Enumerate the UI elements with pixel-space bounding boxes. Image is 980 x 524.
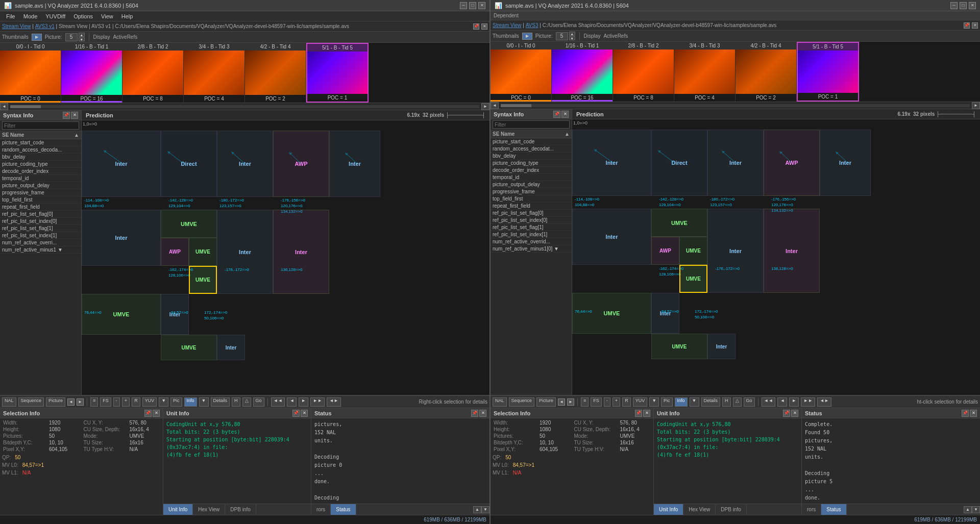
- r-se-item[interactable]: random_access_decodat...: [491, 145, 572, 153]
- go-btn[interactable]: Go: [253, 397, 264, 407]
- nav-left-btn[interactable]: ◄: [67, 398, 75, 406]
- status-tab[interactable]: Status: [331, 504, 356, 515]
- picture-down-btn[interactable]: ▼: [79, 37, 85, 41]
- avs3-link[interactable]: AVS3 v1: [35, 23, 55, 29]
- r-picture-tab[interactable]: Picture: [536, 397, 556, 407]
- r-status-scroll-down[interactable]: ▼: [972, 506, 980, 513]
- detach-btn-right[interactable]: ✕: [972, 22, 978, 29]
- thumb-5[interactable]: 5/1 - B - Tid 5 POC = 1: [306, 43, 369, 103]
- r-syntax-pin-btn[interactable]: 📌: [553, 111, 560, 118]
- r-fs-btn[interactable]: FS: [591, 397, 602, 407]
- se-item[interactable]: random_access_decoda...: [0, 146, 81, 154]
- r-filter-input[interactable]: [493, 120, 570, 129]
- hex-view-tab[interactable]: Hex View: [193, 504, 225, 515]
- close-btn-left[interactable]: ✕: [478, 2, 485, 9]
- thumb-4[interactable]: 4/2 - B - Tid 4 POC = 2: [245, 43, 306, 103]
- r-pred-region-umve-1[interactable]: UMVE: [651, 209, 707, 237]
- menu-mode[interactable]: Mode: [19, 12, 42, 20]
- thumb-2[interactable]: 2/8 - B - Tid 2 POC = 8: [122, 43, 184, 103]
- r-unit-pin-btn[interactable]: 📌: [783, 410, 790, 417]
- r-active-refs-label[interactable]: ActiveRefs: [603, 33, 628, 39]
- picture-up-btn[interactable]: ▲: [79, 33, 85, 37]
- active-refs-label[interactable]: ActiveRefs: [113, 34, 137, 40]
- r-unit-close-btn[interactable]: ✕: [791, 410, 798, 417]
- r-go-btn[interactable]: Go: [744, 397, 755, 407]
- se-item[interactable]: bbv_delay: [0, 154, 81, 161]
- yuv-dropdown[interactable]: ▼: [159, 397, 168, 407]
- h-btn[interactable]: H: [232, 397, 240, 407]
- syntax-close-btn[interactable]: ✕: [71, 112, 78, 119]
- r-display-label[interactable]: Display: [584, 33, 601, 39]
- r-status-pin-btn[interactable]: 📌: [962, 410, 969, 417]
- r-se-item[interactable]: num_ref_active_overrid...: [491, 238, 572, 245]
- r-status-tab[interactable]: Status: [821, 504, 846, 515]
- maximize-btn-right[interactable]: □: [960, 2, 967, 9]
- unit-close-btn[interactable]: ✕: [301, 410, 308, 417]
- thumbnails-toggle[interactable]: ▶: [32, 34, 42, 41]
- thumb-3[interactable]: 3/4 - B - Tid 3 POC = 4: [184, 43, 245, 103]
- status-pin-btn[interactable]: 📌: [471, 410, 478, 417]
- r-pred-region-inter-7[interactable]: Inter: [707, 334, 736, 359]
- r-menu-btn[interactable]: ≡: [581, 397, 589, 407]
- status-close-btn[interactable]: ✕: [479, 410, 486, 417]
- menu-view[interactable]: View: [97, 12, 117, 20]
- r-pred-region-inter-2[interactable]: Inter: [707, 130, 764, 196]
- r-unit-info-tab[interactable]: Unit Info: [654, 504, 683, 515]
- scroll-right-btn[interactable]: ►: [481, 103, 489, 110]
- maximize-btn-left[interactable]: □: [469, 2, 476, 9]
- unit-info-tab[interactable]: Unit Info: [163, 504, 193, 515]
- prev-btn[interactable]: ◄: [287, 397, 297, 407]
- se-item[interactable]: picture_output_delay: [0, 182, 81, 189]
- r-next-btn[interactable]: ►: [789, 397, 799, 407]
- pred-region-awp-2[interactable]: AWP: [161, 238, 189, 266]
- pred-region-umve-2[interactable]: UMVE: [189, 238, 217, 266]
- sequence-tab[interactable]: Sequence: [18, 397, 44, 407]
- r-sel-close-btn[interactable]: ✕: [643, 410, 650, 417]
- syntax-pin-btn[interactable]: 📌: [63, 112, 70, 119]
- scroll-track[interactable]: [10, 105, 479, 108]
- details-btn[interactable]: Details: [211, 397, 230, 407]
- r-se-item[interactable]: picture_output_delay: [491, 181, 572, 188]
- r-pred-region-umve-4[interactable]: UMVE: [651, 334, 707, 359]
- r-info-dropdown[interactable]: ▼: [690, 397, 699, 407]
- pred-region-inter-3[interactable]: Inter: [329, 131, 380, 197]
- pred-region-inter-1[interactable]: Inter: [82, 131, 161, 197]
- r-hex-view-tab[interactable]: Hex View: [683, 504, 716, 515]
- se-item[interactable]: ref_pic_list_set_flag[1]: [0, 225, 81, 232]
- r-avs3-link[interactable]: AVS3: [526, 22, 538, 28]
- se-item[interactable]: repeat_first_field: [0, 204, 81, 211]
- info-btn[interactable]: Info: [184, 397, 197, 407]
- r-thumb-0[interactable]: 0/0 - I - Tid 0 POC = 0: [491, 42, 552, 102]
- r-btn[interactable]: R: [132, 397, 140, 407]
- se-item[interactable]: ref_pic_list_set_index[0]: [0, 218, 81, 225]
- nal-tab[interactable]: NAL: [2, 397, 16, 407]
- r-pred-region-direct[interactable]: Direct: [651, 130, 707, 196]
- se-item[interactable]: temporal_id: [0, 175, 81, 182]
- dpb-info-tab[interactable]: DPB info: [225, 504, 256, 515]
- next-btn[interactable]: ►: [299, 397, 308, 407]
- r-prev-prev-btn[interactable]: ◄◄: [762, 397, 776, 407]
- minimize-btn-right[interactable]: ─: [950, 2, 958, 9]
- menu-btn[interactable]: ≡: [90, 397, 98, 407]
- pin-btn-right[interactable]: 📌: [964, 22, 970, 29]
- se-item[interactable]: ref_pic_list_set_index[1]: [0, 232, 81, 239]
- pin-btn-left[interactable]: 📌: [473, 23, 479, 30]
- pred-region-inter-5[interactable]: Inter: [217, 210, 273, 294]
- prev-prev-btn[interactable]: ◄◄: [271, 397, 285, 407]
- r-thumb-5[interactable]: 5/1 - B - Tid 5 POC = 1: [797, 42, 859, 102]
- r-plus-btn[interactable]: +: [612, 397, 620, 407]
- se-item[interactable]: num_ref_active_minus1 ▼: [0, 246, 81, 254]
- minus-btn[interactable]: -: [113, 397, 120, 407]
- pic-btn[interactable]: Pic: [170, 397, 182, 407]
- r-se-item[interactable]: progressive_frame: [491, 188, 572, 195]
- se-item[interactable]: top_field_first: [0, 196, 81, 204]
- r-pred-region-inter-1[interactable]: Inter: [572, 130, 651, 196]
- r-thumbnails-toggle[interactable]: ▶: [522, 33, 532, 40]
- r-yuv-btn[interactable]: YUV: [633, 397, 648, 407]
- r-minus-btn[interactable]: -: [604, 397, 610, 407]
- se-item[interactable]: decode_order_index: [0, 168, 81, 175]
- r-se-item[interactable]: top_field_first: [491, 195, 572, 203]
- display-label[interactable]: Display: [93, 34, 110, 40]
- r-sequence-tab[interactable]: Sequence: [509, 397, 535, 407]
- r-pred-region-umve-2[interactable]: UMVE: [679, 237, 707, 265]
